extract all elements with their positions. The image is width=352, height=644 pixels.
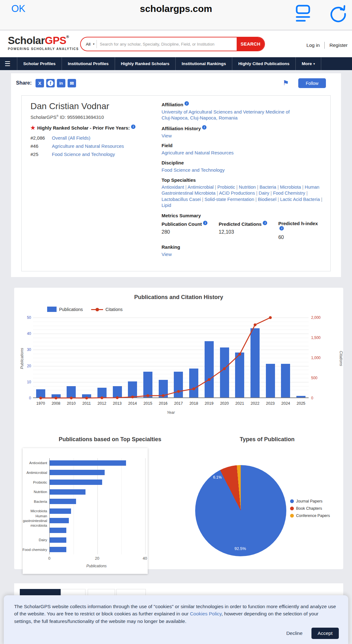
separator: |: [305, 191, 308, 196]
share-email-icon[interactable]: ✉: [68, 79, 76, 87]
specialty-link[interactable]: Nutrition: [239, 185, 256, 190]
pie-legend: Journal Papers Book Chapters Conference …: [290, 499, 330, 521]
share-linkedin-icon[interactable]: in: [57, 79, 65, 87]
discipline-link[interactable]: Food Science and Technology: [162, 167, 225, 173]
top-specialties-list: Antioxidant | Antimicrobial | Probiotic …: [162, 184, 323, 209]
nav-scholar-profiles[interactable]: Scholar Profiles: [17, 57, 62, 70]
separator: |: [255, 191, 259, 196]
specialty-link[interactable]: Antioxidant: [162, 185, 184, 190]
publication-types-pie: 92.5% 6.1%: [195, 465, 286, 556]
share-x-icon[interactable]: X: [36, 79, 44, 87]
chevron-down-icon[interactable]: ▾: [93, 42, 96, 46]
specialties-plot: [49, 458, 144, 554]
ranking-link[interactable]: Overall (All Fields): [52, 135, 91, 141]
publications-tick: 50: [27, 315, 31, 320]
separator: |: [276, 197, 280, 202]
nav-institutional-profiles[interactable]: Institutional Profiles: [62, 57, 115, 70]
legend-item: Conference Papers: [290, 514, 330, 518]
specialty-link[interactable]: Food Chemistry: [273, 191, 305, 196]
search-bar: All ▾ SEARCH: [80, 37, 265, 51]
search-scope-select[interactable]: All: [81, 42, 93, 47]
cookies-policy-link[interactable]: Cookies Policy: [190, 611, 222, 616]
field-link[interactable]: Agriculture and Natural Resources: [162, 150, 234, 155]
info-icon[interactable]: i: [263, 221, 267, 225]
specialty-link[interactable]: Dairy: [259, 191, 269, 196]
specialty-bar: [50, 460, 126, 466]
specialty-link[interactable]: Biodiesel: [258, 197, 277, 202]
separator: |: [216, 191, 219, 196]
separator: |: [269, 191, 273, 196]
specialty-link[interactable]: Bacteria: [260, 185, 276, 190]
year-tick: 2015: [140, 401, 156, 406]
specialty-bar: [50, 528, 66, 533]
decline-button[interactable]: Decline: [283, 628, 306, 639]
info-icon[interactable]: i: [202, 125, 206, 130]
publications-tick: 40: [27, 331, 31, 336]
reader-view-icon[interactable]: [292, 4, 312, 23]
specialty-link[interactable]: Solid-state Fermentation: [205, 197, 254, 202]
main-nav: ☰ Scholar Profiles Institutional Profile…: [0, 57, 352, 70]
ranking-row: #46Agriculture and Natural Resources: [30, 143, 124, 149]
search-input[interactable]: [97, 42, 237, 47]
nav-highly-cited-publications[interactable]: Highly Cited Publications: [232, 57, 295, 70]
specialty-link[interactable]: Lactobacillus Casei: [162, 197, 201, 202]
legend-swatch: [47, 307, 57, 312]
year-tick: 2016: [156, 401, 171, 406]
specialty-label: Food chemistry: [22, 547, 47, 552]
site-header: ScholarGPS® POWERING SCHOLARLY ANALYTICS…: [0, 31, 352, 57]
register-link[interactable]: Register: [329, 42, 348, 48]
nav-institutional-rankings[interactable]: Institutional Rankings: [175, 57, 232, 70]
info-icon[interactable]: i: [279, 226, 284, 230]
search-button[interactable]: SEARCH: [237, 37, 264, 51]
affiliation-history-view-link[interactable]: View: [162, 133, 172, 138]
nav-highly-ranked-scholars[interactable]: Highly Ranked Scholars: [115, 57, 176, 70]
ranking-link[interactable]: Agriculture and Natural Resources: [52, 143, 124, 149]
info-icon[interactable]: i: [184, 101, 189, 106]
year-tick: 2017: [171, 401, 186, 406]
year-tick: 2013: [110, 401, 125, 406]
specialty-link[interactable]: Antimicrobial: [188, 185, 214, 190]
flag-report-icon[interactable]: ⚑: [283, 79, 289, 87]
separator: |: [235, 185, 239, 190]
share-facebook-icon[interactable]: f: [46, 79, 55, 87]
ranking-link[interactable]: Food Science and Technology: [52, 152, 115, 157]
legend-item: Book Chapters: [290, 506, 330, 511]
x-axis-ticks: 1970200820102011201220132014201520162017…: [33, 401, 309, 407]
metric-publication-count: Publication Counti 280: [162, 221, 219, 240]
legend-citations: Citations: [91, 307, 123, 312]
publications-tick: 20: [27, 364, 31, 368]
specialty-link[interactable]: Lipid: [162, 203, 171, 208]
specialty-link[interactable]: Microbiota: [280, 185, 301, 190]
right-axis-ticks: 2,0001,5001,0005000: [311, 318, 330, 398]
metric-predicted-citations: Predicted Citationsi 12,103: [219, 221, 278, 240]
specialty-label: Nutrition: [22, 490, 47, 494]
affiliation-link[interactable]: University of Agricultural Sciences and …: [162, 109, 290, 120]
specialty-bar: [50, 547, 66, 552]
specialties-chart-panel: AntioxidantAntimicrobialProbioticNutriti…: [23, 448, 148, 574]
specialty-labels: AntioxidantAntimicrobialProbioticNutriti…: [23, 458, 48, 554]
scholargps-logo[interactable]: ScholarGPS® POWERING SCHOLARLY ANALYTICS: [8, 35, 79, 51]
separator: |: [320, 197, 322, 202]
specialty-link[interactable]: Lactic Acid Bacteria: [280, 197, 320, 202]
metric-value: 60: [278, 235, 323, 240]
right-axis-title: Citations: [339, 341, 343, 376]
login-link[interactable]: Log in: [306, 42, 320, 48]
metric-predicted-h-index: Predicted h-indexi 60: [278, 221, 323, 240]
info-icon[interactable]: i: [131, 125, 135, 129]
specialty-bar: [50, 518, 69, 523]
year-tick: 2014: [125, 401, 140, 406]
info-icon[interactable]: i: [203, 221, 207, 225]
specialty-link[interactable]: Probiotic: [217, 185, 235, 190]
nav-more[interactable]: More▾: [295, 57, 321, 70]
year-tick: 2024: [278, 401, 294, 406]
chevron-down-icon: ▾: [313, 62, 315, 65]
hamburger-menu-icon[interactable]: ☰: [0, 57, 15, 70]
follow-button[interactable]: Follow: [298, 78, 326, 88]
specialty-label: Antimicrobial: [22, 470, 47, 475]
ranking-view-link[interactable]: View: [162, 252, 172, 257]
cookie-text: The ScholarGPS website collects informat…: [14, 603, 338, 625]
refresh-icon[interactable]: [329, 4, 348, 23]
specialty-link[interactable]: ACiD Productions: [219, 191, 255, 196]
specialties-x-ticks: 02040: [49, 556, 144, 561]
accept-button[interactable]: Accept: [311, 628, 339, 639]
